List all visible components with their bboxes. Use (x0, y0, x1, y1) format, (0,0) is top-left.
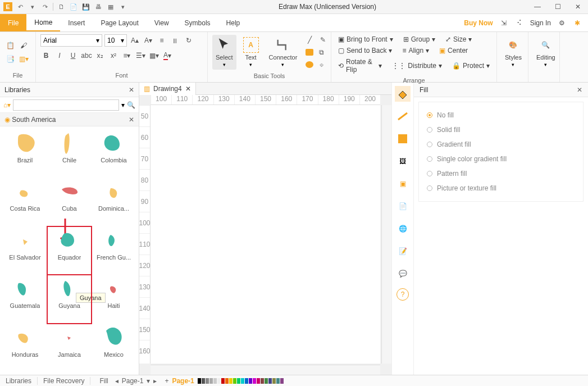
help-tool-icon[interactable]: ? (396, 288, 409, 301)
add-page-icon[interactable]: + (161, 377, 172, 385)
redo-icon[interactable]: ↷ (40, 2, 49, 11)
buy-now-link[interactable]: Buy Now (464, 19, 493, 27)
library-item-guatemala[interactable]: Guatemala (3, 275, 47, 323)
close-tab-icon[interactable]: ✕ (185, 85, 191, 93)
page-tool-icon[interactable]: 📄 (395, 198, 411, 214)
statusbar-file-recovery[interactable]: File Recovery (38, 377, 90, 385)
library-item-brazil[interactable]: Brazil (3, 130, 47, 177)
menu-file[interactable]: File (0, 14, 26, 31)
fill-option-pattern-fill[interactable]: Pattern fill (427, 166, 575, 181)
editing-button[interactable]: 🔍 Editing ▾ (533, 35, 559, 70)
font-size-select[interactable]: 10▾ (104, 34, 127, 47)
library-item-guyana[interactable]: Guyana (48, 275, 91, 323)
library-item-dominica[interactable]: Dominica... (92, 178, 135, 225)
page-selector[interactable]: ◂Page-1▾▸ (111, 377, 162, 385)
rotate-flip-button[interactable]: ⟲Rotate & Flip▾ (336, 57, 384, 75)
rect-shape-icon[interactable] (306, 49, 313, 56)
export-icon[interactable]: ⇲ (499, 18, 509, 28)
superscript-icon[interactable]: x² (108, 50, 119, 61)
paste-icon[interactable]: 📋 (4, 40, 16, 51)
clipboard-dropdown-icon[interactable]: ▥▾ (18, 53, 29, 65)
align-button[interactable]: ≡Align▾ (400, 46, 431, 56)
fill-tool-icon[interactable] (395, 86, 411, 102)
center-button[interactable]: ▣Center (437, 46, 470, 56)
close-category-icon[interactable]: ✕ (129, 116, 134, 124)
print-icon[interactable]: 🖶 (94, 2, 103, 11)
brand-flower-icon[interactable]: ✱ (572, 18, 582, 28)
text-tool-button[interactable]: A Text ▾ (240, 35, 262, 70)
menu-home[interactable]: Home (26, 14, 60, 31)
library-item-haiti[interactable]: Haiti (92, 275, 135, 323)
close-button[interactable]: ✕ (568, 0, 588, 14)
search-icon[interactable]: 🔍 (127, 101, 135, 109)
libraries-search-input[interactable] (13, 99, 119, 111)
comment-tool-icon[interactable]: 💬 (395, 266, 411, 281)
note-tool-icon[interactable]: 📝 (395, 243, 411, 259)
fill-option-picture-or-texture-fill[interactable]: Picture or texture fill (427, 181, 575, 196)
anchor-icon[interactable]: ⟐ (316, 59, 327, 70)
bold-icon[interactable]: B (40, 50, 52, 61)
library-item-chile[interactable]: Chile (48, 130, 91, 177)
color-swatch-row[interactable] (198, 378, 284, 384)
font-increase-icon[interactable]: A▴ (129, 35, 140, 46)
new-file-icon[interactable]: 🗋 (57, 2, 66, 11)
library-category-header[interactable]: ◉ South America ✕ (0, 113, 139, 126)
sign-in-link[interactable]: Sign In (530, 19, 551, 27)
document-tab[interactable]: ▥ Drawing4 ✕ (139, 83, 196, 95)
library-item-colombia[interactable]: Colombia (92, 130, 135, 177)
horizontal-scrollbar[interactable] (151, 365, 380, 375)
fill-option-gradient-fill[interactable]: Gradient fill (427, 137, 575, 152)
group-button[interactable]: ⊞Group▾ (401, 34, 437, 44)
bullet-icon[interactable]: ☰▾ (135, 50, 146, 61)
font-color-icon[interactable]: A▾ (162, 50, 173, 61)
subscript-icon[interactable]: x₂ (94, 50, 106, 61)
pencil-shape-icon[interactable]: ✎ (317, 34, 329, 46)
fill-option-single-color-gradient-fill[interactable]: Single color gradient fill (427, 152, 575, 166)
menu-help[interactable]: Help (218, 14, 248, 31)
shadow-tool-icon[interactable] (395, 131, 411, 147)
home-library-icon[interactable]: ⌂▾ (3, 101, 11, 109)
protect-button[interactable]: 🔒Protect▾ (450, 61, 492, 71)
library-item-equador[interactable]: Equador (48, 227, 91, 274)
font-family-select[interactable]: Arial▾ (40, 34, 102, 47)
bring-to-front-button[interactable]: ▣Bring to Front▾ (336, 34, 395, 44)
highlight-color-icon[interactable]: ▦▾ (148, 50, 159, 61)
menu-symbols[interactable]: Symbols (177, 14, 218, 31)
select-tool-button[interactable]: Select ▾ (212, 35, 236, 70)
qat-dropdown-icon[interactable]: ▾ (118, 2, 127, 11)
rotate-text-icon[interactable]: ↻ (183, 35, 194, 46)
open-file-icon[interactable]: 📄 (69, 2, 78, 11)
line-tool-icon[interactable] (395, 108, 411, 124)
close-fill-panel-icon[interactable]: ✕ (577, 86, 582, 94)
font-decrease-icon[interactable]: A▾ (143, 35, 154, 46)
share-icon[interactable]: ⠪ (514, 18, 525, 28)
ellipse-shape-icon[interactable] (306, 61, 313, 68)
template-icon[interactable]: ▦ (106, 2, 115, 11)
fill-option-no-fill[interactable]: No fill (427, 108, 575, 122)
line-spacing-icon[interactable]: ≡▾ (121, 50, 133, 61)
statusbar-libraries[interactable]: Libraries (0, 377, 38, 385)
styles-button[interactable]: 🎨 Styles ▾ (502, 35, 525, 70)
align-vertical-icon[interactable]: ⫼ (170, 35, 181, 46)
layer-tool-icon[interactable]: ▣ (395, 176, 411, 192)
close-libraries-icon[interactable]: ✕ (129, 86, 134, 94)
library-item-frenchgu[interactable]: French Gu... (92, 227, 135, 274)
undo-dropdown-icon[interactable]: ▾ (28, 2, 37, 11)
library-item-honduras[interactable]: Honduras (3, 324, 47, 371)
picture-tool-icon[interactable]: 🖼 (395, 153, 411, 169)
active-page-label[interactable]: Page-1 (172, 377, 194, 385)
library-item-elsalvador[interactable]: El Salvador (3, 227, 47, 274)
maximize-button[interactable]: ☐ (548, 0, 568, 14)
size-button[interactable]: ⤢Size▾ (443, 34, 474, 44)
fill-option-solid-fill[interactable]: Solid fill (427, 122, 575, 137)
settings-gear-icon[interactable]: ⚙ (557, 18, 567, 28)
save-icon[interactable]: 💾 (81, 2, 90, 11)
library-item-costarica[interactable]: Costa Rica (3, 178, 47, 225)
send-to-back-button[interactable]: ▢Send to Back▾ (336, 46, 394, 56)
strikethrough-icon[interactable]: abc (81, 50, 92, 61)
crop-icon[interactable]: ⧉ (316, 47, 327, 58)
connector-tool-button[interactable]: Connector ▾ (266, 35, 301, 70)
globe-tool-icon[interactable]: 🌐 (395, 221, 411, 237)
library-item-mexico[interactable]: Mexico (92, 324, 135, 371)
menu-insert[interactable]: Insert (60, 14, 93, 31)
